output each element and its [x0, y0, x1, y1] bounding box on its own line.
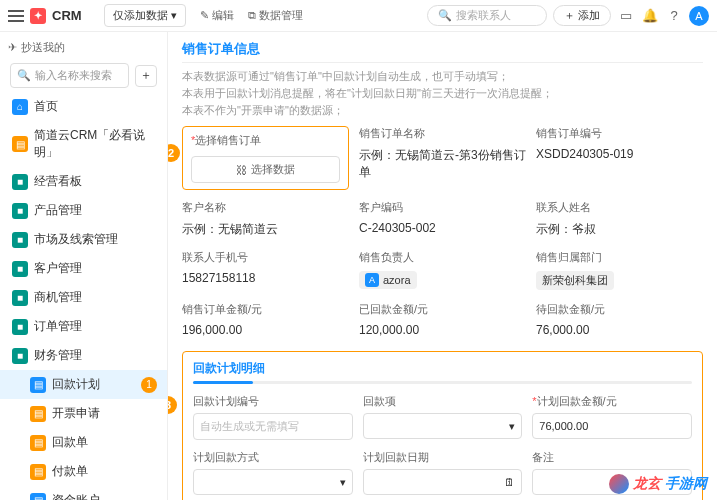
field-label: 销售订单编号	[536, 126, 703, 141]
list-icon: ▤	[30, 464, 46, 480]
field-value: A azora	[359, 269, 526, 291]
field-received-amount: 已回款金额/元 120,000.00	[359, 302, 526, 339]
chevron-down-icon: ▾	[171, 9, 177, 22]
app-title: CRM	[52, 8, 82, 23]
field-sales-dept: 销售归属部门 新荣创科集团	[536, 250, 703, 292]
field-plan-date: 计划回款日期 🗓	[363, 450, 523, 495]
field-contact-name: 联系人姓名 示例：爷叔	[536, 200, 703, 240]
field-plan-method: 计划回款方式 ▾	[193, 450, 353, 495]
plan-method-select[interactable]: ▾	[193, 469, 353, 495]
plan-date-input[interactable]: 🗓	[363, 469, 523, 495]
field-label: 已回款金额/元	[359, 302, 526, 317]
sidebar-item-product[interactable]: ■产品管理	[0, 196, 167, 225]
avatar: A	[365, 273, 379, 287]
topbar: ✦ CRM 仅添加数据 ▾ ✎ 编辑 ⧉ 数据管理 🔍 搜索联系人 ＋ 添加 ▭…	[0, 0, 717, 32]
progress-line	[193, 381, 692, 384]
search-input[interactable]: 🔍 搜索联系人	[427, 5, 547, 26]
list-icon: ▤	[30, 377, 46, 393]
field-value: 示例：无锡简道云	[182, 219, 349, 240]
main-content: 销售订单信息 本表数据源可通过"销售订单"中回款计划自动生成，也可手动填写； 本…	[168, 32, 717, 500]
field-order-name: 销售订单名称 示例：无锡简道云-第3份销售订单	[359, 126, 526, 190]
folder-icon: ■	[12, 290, 28, 306]
sidebar-item-receipt[interactable]: ▤回款单	[0, 428, 167, 457]
sidebar-item-dashboard[interactable]: ■经营看板	[0, 167, 167, 196]
list-icon: ▤	[30, 406, 46, 422]
field-plan-amount: *计划回款金额/元 76,000.00	[532, 394, 692, 440]
layout: ✈ 抄送我的 🔍 输入名称来搜索 ＋ ⌂首页 ▤简道云CRM「必看说明」 ■经营…	[0, 32, 717, 500]
sidebar-item-home[interactable]: ⌂首页	[0, 92, 167, 121]
list-icon: ▤	[30, 435, 46, 451]
dept-chip: 新荣创科集团	[536, 271, 614, 290]
select-data-button[interactable]: ⛓选择数据	[191, 156, 340, 183]
plus-icon: ＋	[564, 8, 575, 23]
sidebar-item-order[interactable]: ■订单管理	[0, 312, 167, 341]
sidebar-item-payment[interactable]: ▤付款单	[0, 457, 167, 486]
field-label: *选择销售订单	[191, 133, 340, 148]
sub-link[interactable]: ✈ 抄送我的	[0, 36, 167, 59]
section-title: 销售订单信息	[182, 40, 703, 63]
folder-icon: ■	[12, 232, 28, 248]
field-contact-phone: 联系人手机号 15827158118	[182, 250, 349, 292]
field-label: 销售归属部门	[536, 250, 703, 265]
field-label: 回款项	[363, 394, 523, 409]
desc-3: 本表不作为"开票申请"的数据源；	[182, 103, 703, 118]
plan-amount-input[interactable]: 76,000.00	[532, 413, 692, 439]
plan-code-input[interactable]: 自动生成或无需填写	[193, 413, 353, 440]
sidebar-item-customer[interactable]: ■客户管理	[0, 254, 167, 283]
avatar[interactable]: A	[689, 6, 709, 26]
field-order-code: 销售订单编号 XSDD240305-019	[536, 126, 703, 190]
home-icon: ⌂	[12, 99, 28, 115]
send-icon: ✈	[8, 41, 17, 54]
sidebar: ✈ 抄送我的 🔍 输入名称来搜索 ＋ ⌂首页 ▤简道云CRM「必看说明」 ■经营…	[0, 32, 168, 500]
field-plan-code: 回款计划编号 自动生成或无需填写	[193, 394, 353, 440]
field-label: 备注	[532, 450, 692, 465]
field-label: 计划回款日期	[363, 450, 523, 465]
desc-1: 本表数据源可通过"销售订单"中回款计划自动生成，也可手动填写；	[182, 69, 703, 84]
sidebar-item-guide[interactable]: ▤简道云CRM「必看说明」	[0, 121, 167, 167]
form-grid: 2 *选择销售订单 ⛓选择数据 销售订单名称 示例：无锡简道云-第3份销售订单 …	[182, 126, 703, 339]
sidebar-add-button[interactable]: ＋	[135, 65, 157, 87]
search-icon: 🔍	[17, 69, 31, 82]
payment-item-select[interactable]: ▾	[363, 413, 523, 439]
edit-link[interactable]: ✎ 编辑	[200, 8, 234, 23]
sidebar-item-opportunity[interactable]: ■商机管理	[0, 283, 167, 312]
field-select-order: *选择销售订单 ⛓选择数据	[182, 126, 349, 190]
sidebar-item-payment-plan[interactable]: ▤回款计划1	[0, 370, 167, 399]
sidebar-item-market[interactable]: ■市场及线索管理	[0, 225, 167, 254]
doc-icon: ▤	[12, 136, 28, 152]
link-icon: ⛓	[236, 164, 247, 176]
field-value: 120,000.00	[359, 321, 526, 339]
detail-title: 回款计划明细	[193, 360, 692, 377]
badge: 1	[141, 377, 157, 393]
data-manage-link[interactable]: ⧉ 数据管理	[248, 8, 303, 23]
add-mode-dropdown[interactable]: 仅添加数据 ▾	[104, 4, 186, 27]
sidebar-search-input[interactable]: 🔍 输入名称来搜索	[10, 63, 129, 88]
chevron-down-icon: ▾	[340, 476, 346, 489]
pencil-icon: ✎	[200, 9, 209, 22]
chevron-down-icon: ▾	[509, 420, 515, 433]
field-label: 销售负责人	[359, 250, 526, 265]
sidebar-item-fund-account[interactable]: ▤资金账户	[0, 486, 167, 500]
field-value: 15827158118	[182, 269, 349, 287]
list-icon: ▤	[30, 493, 46, 501]
sidebar-search-row: 🔍 输入名称来搜索 ＋	[0, 59, 167, 92]
marker-3: 3	[168, 396, 177, 414]
folder-icon: ■	[12, 203, 28, 219]
sidebar-item-invoice[interactable]: ▤开票申请	[0, 399, 167, 428]
field-value: 新荣创科集团	[536, 269, 703, 292]
help-icon[interactable]: ?	[665, 7, 683, 25]
add-button[interactable]: ＋ 添加	[553, 5, 611, 26]
folder-icon: ■	[12, 319, 28, 335]
search-icon: 🔍	[438, 9, 452, 22]
copy-icon: ⧉	[248, 9, 256, 22]
desc-2: 本表用于回款计划消息提醒，将在"计划回款日期"前三天进行一次消息提醒；	[182, 86, 703, 101]
menu-icon[interactable]	[8, 8, 24, 24]
field-customer-code: 客户编码 C-240305-002	[359, 200, 526, 240]
book-icon[interactable]: ▭	[617, 7, 635, 25]
field-label: *计划回款金额/元	[532, 394, 692, 409]
field-value: 示例：无锡简道云-第3份销售订单	[359, 145, 526, 183]
field-label: 销售订单金额/元	[182, 302, 349, 317]
sidebar-item-finance[interactable]: ■财务管理	[0, 341, 167, 370]
bell-icon[interactable]: 🔔	[641, 7, 659, 25]
field-label: 客户名称	[182, 200, 349, 215]
